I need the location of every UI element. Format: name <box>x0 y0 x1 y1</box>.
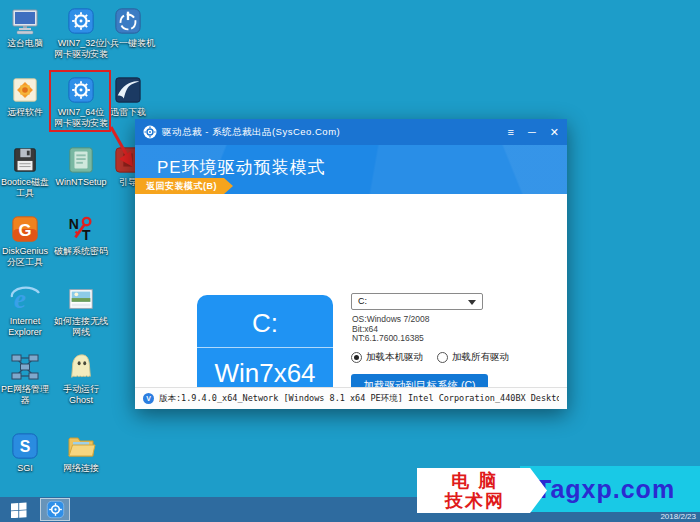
radio-label: 加载所有驱动 <box>452 351 509 364</box>
highlight-red-box <box>49 70 111 132</box>
icon-label: SGI <box>0 463 53 474</box>
icon-label: PE网络管理器 <box>0 384 53 406</box>
ghost-icon <box>67 353 95 381</box>
svg-text:G: G <box>18 221 31 240</box>
dialog-statusbar: V 版本:1.9.4.0_x64_Network [Windows 8.1 x6… <box>135 387 567 409</box>
desktop-icon-network-connections[interactable]: 网络连接 <box>53 431 109 474</box>
icon-label: 网络连接 <box>53 463 109 474</box>
mode-title: PE环境驱动预装模式 <box>135 145 567 179</box>
icon-label: DiskGenius 分区工具 <box>0 246 53 268</box>
app-logo-icon <box>143 125 157 139</box>
svg-text:S: S <box>20 438 31 455</box>
network-manager-icon <box>10 352 40 382</box>
radio-label: 加载本机驱动 <box>366 351 423 364</box>
driver-dialog-window: 驱动总裁 - 系统总裁出品(SysCeo.Com) ≡ ─ ✕ PE环境驱动预装… <box>135 119 567 409</box>
desktop-icon-this-pc[interactable]: 这台电脑 <box>0 6 53 49</box>
windows-logo-icon <box>11 502 27 518</box>
desktop-icon-internet-explorer[interactable]: e Internet Explorer <box>0 284 53 338</box>
desktop-icon-password-crack[interactable]: NT 破解系统密码 <box>53 214 109 257</box>
icon-label: 手动运行 Ghost <box>53 384 109 406</box>
network-folder-icon <box>66 431 96 461</box>
menu-icon[interactable]: ≡ <box>508 119 514 145</box>
computer-icon <box>10 6 40 36</box>
desktop-icon-run-ghost[interactable]: 手动运行 Ghost <box>53 352 109 406</box>
watermark-banner: Tagxp.com <box>520 466 700 512</box>
target-drive-card[interactable]: C: Win7x64 <box>197 295 333 397</box>
icon-label: 小兵一键装机 <box>100 38 156 49</box>
target-drive-select[interactable]: C: <box>351 293 483 310</box>
dialog-titlebar[interactable]: 驱动总裁 - 系统总裁出品(SysCeo.Com) ≡ ─ ✕ <box>135 119 567 145</box>
ie-icon: e <box>10 284 40 314</box>
desktop: 这台电脑 WIN7_32位 网卡驱动安装 小兵一键装机 远程软件 WIN7_64… <box>0 0 700 522</box>
radio-load-all-drivers[interactable]: 加载所有驱动 <box>437 351 509 364</box>
onekey-install-icon <box>114 7 142 35</box>
svg-text:N: N <box>69 216 79 232</box>
radio-load-local-drivers[interactable]: 加载本机驱动 <box>351 351 423 364</box>
drive-letter: C: <box>197 295 333 348</box>
icon-label: 如何连接无线 网线 <box>53 316 109 338</box>
start-button[interactable] <box>0 497 38 522</box>
desktop-icon-onekey-install[interactable]: 小兵一键装机 <box>100 6 156 49</box>
desktop-icon-diskgenius[interactable]: G DiskGenius 分区工具 <box>0 214 53 268</box>
close-icon[interactable]: ✕ <box>550 119 559 145</box>
chevron-down-icon <box>468 300 476 305</box>
floppy-disk-icon <box>11 146 39 174</box>
desktop-icon-pe-network-manager[interactable]: PE网络管理器 <box>0 352 53 406</box>
driver-app-icon <box>46 500 65 519</box>
os-info-block: OS:Windows 7/2008 Bit:x64 NT:6.1.7600.16… <box>352 315 429 344</box>
icon-label: Internet Explorer <box>0 316 53 338</box>
back-to-install-mode-tab[interactable]: 返回安装模式(B) <box>135 178 233 194</box>
radio-selected-icon <box>351 352 362 363</box>
watermark-line1: 电 脑 <box>417 471 547 491</box>
nt-line: NT:6.1.7600.16385 <box>352 334 429 344</box>
password-key-icon: NT <box>67 215 95 243</box>
dialog-content: C: Win7x64 C: OS:Windows 7/2008 Bit:x64 … <box>135 194 567 387</box>
radio-unselected-icon <box>437 352 448 363</box>
taskbar-date[interactable]: 2018/2/23 <box>660 512 696 521</box>
desktop-icon-sgi[interactable]: S SGI <box>0 431 53 474</box>
version-badge-icon: V <box>143 393 154 404</box>
winntsetup-icon <box>67 146 95 174</box>
select-value: C: <box>358 296 367 306</box>
icon-label: Bootice磁盘 工具 <box>0 177 53 199</box>
dialog-title: 驱动总裁 - 系统总裁出品(SysCeo.Com) <box>162 126 340 139</box>
driver-load-options: 加载本机驱动 加载所有驱动 <box>351 351 509 364</box>
desktop-icon-bootice[interactable]: Bootice磁盘 工具 <box>0 145 53 199</box>
svg-text:T: T <box>82 227 91 243</box>
icon-label: 这台电脑 <box>0 38 53 49</box>
driver-app-icon <box>67 7 95 35</box>
icon-label: 破解系统密码 <box>53 246 109 257</box>
taskbar-driver-app-button[interactable] <box>40 498 70 521</box>
remote-software-icon <box>11 76 39 104</box>
desktop-icon-remote-software[interactable]: 远程软件 <box>0 75 53 118</box>
minimize-icon[interactable]: ─ <box>528 119 536 145</box>
sgi-icon: S <box>11 432 39 460</box>
icon-label: 远程软件 <box>0 107 53 118</box>
watermark-site-name: 电 脑 技术网 <box>417 468 547 513</box>
thunder-download-icon <box>114 76 142 104</box>
version-status-text: 版本:1.9.4.0_x64_Network [Windows 8.1 x64 … <box>159 393 559 405</box>
picture-file-icon <box>67 285 95 313</box>
diskgenius-icon: G <box>11 215 39 243</box>
watermark-line2: 技术网 <box>417 491 547 511</box>
desktop-icon-wireless-help[interactable]: 如何连接无线 网线 <box>53 284 109 338</box>
